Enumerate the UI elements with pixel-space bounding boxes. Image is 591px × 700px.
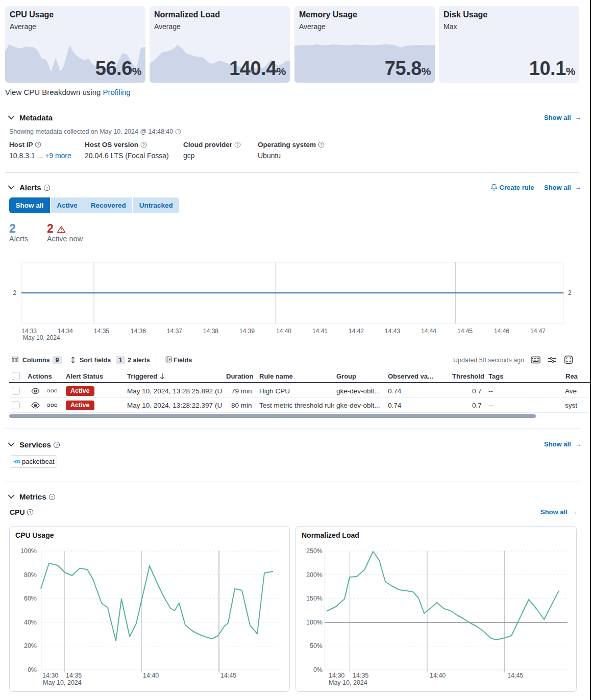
svg-text:May 10, 2024: May 10, 2024 [43,679,82,686]
svg-text:?: ? [236,142,238,147]
svg-text:14:35: 14:35 [94,328,109,335]
svg-text:100%: 100% [306,619,323,626]
svg-text:Normalized Load: Normalized Load [302,531,359,539]
svg-text:14:44: 14:44 [421,328,436,335]
svg-text:2: 2 [13,289,16,296]
svg-text:14:35: 14:35 [66,672,82,679]
svg-text:14:40: 14:40 [143,672,159,679]
svg-text:?: ? [29,510,32,515]
svg-text:CPU Usage: CPU Usage [15,531,54,539]
svg-text:May 10, 2024: May 10, 2024 [23,334,60,341]
svg-text:14:45: 14:45 [220,672,236,679]
svg-text:200%: 200% [306,571,323,579]
svg-text:14:30: 14:30 [42,672,58,679]
svg-text:14:30: 14:30 [329,672,344,679]
svg-text:?: ? [46,186,48,190]
svg-text:14:36: 14:36 [131,328,146,335]
svg-text:50%: 50% [310,642,323,649]
svg-text:0%: 0% [313,666,323,673]
svg-text:14:40: 14:40 [430,672,446,679]
svg-text:2: 2 [568,289,572,296]
svg-text:20%: 20% [24,642,37,649]
svg-text:14:34: 14:34 [58,328,73,335]
svg-text:?: ? [320,142,322,147]
svg-text:14:39: 14:39 [239,328,255,335]
svg-text:?: ? [142,142,144,147]
svg-text:?: ? [51,495,54,499]
svg-text:100%: 100% [20,547,37,555]
svg-text:14:35: 14:35 [353,672,368,679]
svg-text:14:33: 14:33 [21,328,37,335]
svg-text:14:40: 14:40 [276,328,291,335]
svg-text:14:45: 14:45 [507,672,523,679]
svg-text:0%: 0% [28,666,37,673]
svg-text:250%: 250% [306,547,323,555]
svg-text:?: ? [56,443,58,447]
svg-text:150%: 150% [306,595,323,602]
svg-text:?: ? [37,142,39,147]
svg-text:40%: 40% [24,619,37,626]
svg-text:May 10, 2024: May 10, 2024 [329,679,367,686]
svg-text:14:47: 14:47 [530,328,546,335]
svg-text:14:41: 14:41 [312,328,328,335]
svg-text:14:38: 14:38 [203,328,218,335]
svg-text:14:43: 14:43 [385,328,400,335]
svg-text:14:45: 14:45 [457,328,473,335]
svg-text:14:42: 14:42 [349,328,364,335]
svg-text:60%: 60% [24,595,37,602]
svg-text:80%: 80% [24,571,37,579]
svg-text:14:37: 14:37 [167,328,182,335]
svg-text:14:46: 14:46 [494,328,509,335]
